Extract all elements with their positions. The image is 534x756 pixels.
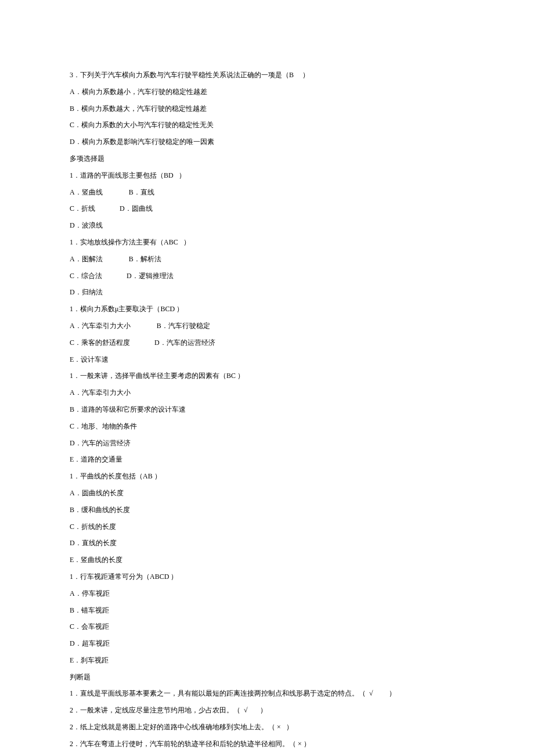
text-line: 2．一般来讲，定线应尽量注意节约用地，少占农田。（ √ ）: [70, 702, 464, 719]
text-line: A．圆曲线的长度: [70, 485, 464, 502]
text-line: E．设计车速: [70, 351, 464, 368]
text-line: E．刹车视距: [70, 652, 464, 669]
text-line: D．归纳法: [70, 284, 464, 301]
text-line: 1．平曲线的长度包括（AB ）: [70, 468, 464, 485]
text-line: B．横向力系数越大，汽车行驶的稳定性越差: [70, 100, 464, 117]
text-line: D．波浪线: [70, 217, 464, 234]
text-line: 1．一般来讲，选择平曲线半径主要考虑的因素有（BC ）: [70, 368, 464, 384]
text-line: C．综合法 D．逻辑推理法: [70, 268, 464, 285]
text-line: 简答题：: [70, 753, 464, 756]
text-line: 2．纸上定线就是将图上定好的道路中心线准确地移到实地上去。（ × ）: [70, 719, 464, 736]
text-line: C．折线的长度: [70, 519, 464, 535]
text-line: D．直线的长度: [70, 535, 464, 552]
text-line: 1．实地放线操作方法主要有（ABC ）: [70, 234, 464, 251]
text-line: C．乘客的舒适程度 D．汽车的运营经济: [70, 334, 464, 351]
text-line: B．错车视距: [70, 602, 464, 619]
text-line: A．图解法 B．解析法: [70, 251, 464, 268]
text-line: D．超车视距: [70, 635, 464, 652]
text-line: A．横向力系数越小，汽车行驶的稳定性越差: [70, 84, 464, 100]
text-line: 1．道路的平面线形主要包括（BD ）: [70, 167, 464, 184]
text-line: 多项选择题: [70, 150, 464, 167]
text-line: E．竖曲线的长度: [70, 552, 464, 568]
text-line: B．缓和曲线的长度: [70, 502, 464, 519]
text-line: D．汽车的运营经济: [70, 435, 464, 452]
text-line: E．道路的交通量: [70, 451, 464, 468]
text-line: A．竖曲线 B．直线: [70, 184, 464, 201]
text-line: 1．行车视距通常可分为（ABCD ）: [70, 568, 464, 585]
text-line: C．折线 D．圆曲线: [70, 200, 464, 217]
text-line: 1．直线是平面线形基本要素之一，具有能以最短的距离连接两控制点和线形易于选定的特…: [70, 685, 464, 702]
text-line: A．停车视距: [70, 585, 464, 602]
text-line: C．地形、地物的条件: [70, 418, 464, 435]
text-line: A．汽车牵引力大小 B．汽车行驶稳定: [70, 318, 464, 334]
text-line: 1．横向力系数μ主要取决于（BCD ）: [70, 301, 464, 318]
text-line: A．汽车牵引力大小: [70, 384, 464, 401]
text-line: B．道路的等级和它所要求的设计车速: [70, 401, 464, 418]
text-line: C．会车视距: [70, 618, 464, 635]
text-line: 3．下列关于汽车横向力系数与汽车行驶平稳性关系说法正确的一项是（B ）: [70, 67, 464, 84]
text-line: D．横向力系数是影响汽车行驶稳定的唯一因素: [70, 134, 464, 150]
text-line: 2．汽车在弯道上行使时，汽车前轮的轨迹半径和后轮的轨迹半径相同。（ × ）: [70, 736, 464, 753]
text-line: C．横向力系数的大小与汽车行驶的稳定性无关: [70, 117, 464, 134]
text-line: 判断题: [70, 669, 464, 686]
